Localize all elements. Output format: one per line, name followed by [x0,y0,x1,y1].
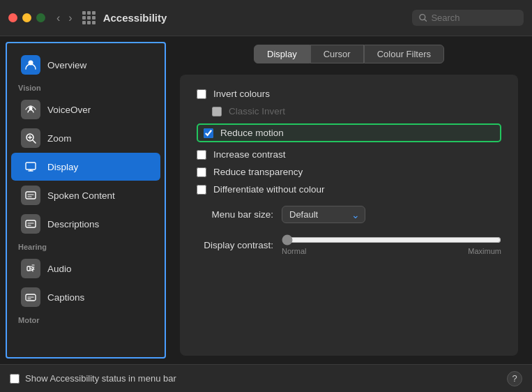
descriptions-icon [21,214,40,234]
main-layout: Overview Vision VoiceOver [0,36,532,364]
reduce-transparency-checkbox[interactable] [197,167,206,177]
sidebar-item-captions-label: Captions [47,292,84,303]
search-input[interactable] [431,13,517,23]
captions-icon [21,287,40,307]
classic-invert-row: Classic Invert [212,106,501,116]
sidebar-hearing-label: Hearing [7,239,165,254]
svg-rect-14 [26,220,36,227]
increase-contrast-checkbox[interactable] [197,150,206,160]
bottom-bar: Show Accessibility status in menu bar ? [0,364,532,392]
reduce-motion-row: Reduce motion [197,123,501,142]
classic-invert-label: Classic Invert [229,106,285,116]
sidebar-item-voiceover-label: VoiceOver [47,105,91,115]
menu-bar-size-select-wrapper: Default Large ⌄ [282,206,365,223]
page-title: Accessibility [103,12,412,24]
back-button[interactable]: ‹ [54,10,63,26]
status-menu-bar-checkbox[interactable] [10,374,20,384]
settings-panel: Invert colours Classic Invert Reduce mot… [180,75,518,356]
titlebar: ‹ › Accessibility [0,0,532,36]
increase-contrast-label: Increase contrast [213,149,286,160]
sidebar-item-zoom[interactable]: Zoom [11,124,160,152]
sidebar-item-captions[interactable]: Captions [11,283,160,311]
differentiate-without-colour-row: Differentiate without colour [197,184,501,195]
display-contrast-row: Display contrast: Normal Maximum [197,234,501,255]
svg-rect-8 [26,163,36,169]
sidebar-item-display[interactable]: Display [11,153,160,181]
status-menu-bar-label: Show Accessibility status in menu bar [25,373,176,384]
reduce-motion-label: Reduce motion [220,128,284,138]
sidebar-item-overview[interactable]: Overview [11,51,160,79]
slider-labels: Normal Maximum [282,247,501,255]
menu-bar-size-row: Menu bar size: Default Large ⌄ [197,206,501,223]
nav-arrows: ‹ › [54,10,75,26]
reduce-motion-checkbox[interactable] [204,128,213,138]
display-contrast-slider-container: Normal Maximum [282,234,501,255]
sidebar-item-display-label: Display [47,162,78,172]
sidebar-item-voiceover[interactable]: VoiceOver [11,96,160,123]
sidebar-item-audio[interactable]: Audio [11,255,160,282]
content-area: Display Cursor Colour Filters Invert col… [166,36,532,364]
reduce-transparency-label: Reduce transparency [213,167,303,177]
sidebar-motor-label: Motor [7,312,165,327]
invert-colours-label: Invert colours [213,89,270,99]
svg-line-1 [425,20,427,22]
menu-bar-size-select[interactable]: Default Large [282,206,365,223]
reduce-transparency-row: Reduce transparency [197,167,501,177]
audio-icon [21,259,40,278]
svg-line-5 [33,140,36,143]
sidebar-item-overview-label: Overview [47,60,86,70]
forward-button[interactable]: › [66,10,75,26]
differentiate-without-colour-label: Differentiate without colour [213,184,325,195]
sidebar-item-descriptions-label: Descriptions [47,219,99,229]
app-grid-icon[interactable] [82,11,96,25]
display-contrast-label: Display contrast: [197,240,273,250]
close-button[interactable] [8,13,17,22]
tab-cursor[interactable]: Cursor [310,45,364,63]
tab-colour-filters[interactable]: Colour Filters [364,45,444,63]
traffic-lights [8,13,45,22]
maximize-button[interactable] [36,13,45,22]
svg-point-3 [29,107,33,110]
display-contrast-slider[interactable] [282,234,501,246]
sidebar-item-audio-label: Audio [47,264,72,274]
voiceover-icon [21,100,40,119]
slider-max-label: Maximum [468,247,501,255]
sidebar-item-zoom-label: Zoom [47,133,72,144]
invert-colours-checkbox[interactable] [197,89,206,99]
tab-bar: Display Cursor Colour Filters [180,45,518,63]
tab-display[interactable]: Display [254,45,310,63]
differentiate-without-colour-checkbox[interactable] [197,185,206,195]
increase-contrast-row: Increase contrast [197,149,501,160]
sidebar: Overview Vision VoiceOver [6,42,166,359]
sidebar-item-spoken-content[interactable]: Spoken Content [11,181,160,209]
status-menu-bar-row: Show Accessibility status in menu bar [10,373,176,384]
classic-invert-checkbox[interactable] [212,107,222,116]
search-icon [419,13,427,22]
spoken-content-icon [21,186,40,205]
help-button[interactable]: ? [507,371,522,386]
overview-icon [21,55,40,75]
sidebar-item-descriptions[interactable]: Descriptions [11,210,160,238]
invert-colours-row: Invert colours [197,89,501,99]
slider-min-label: Normal [282,247,306,255]
minimize-button[interactable] [22,13,31,22]
zoom-icon [21,128,40,148]
sidebar-vision-label: Vision [7,80,165,95]
svg-rect-11 [26,192,36,199]
display-icon [21,157,40,176]
search-bar [412,10,524,26]
menu-bar-size-label: Menu bar size: [197,209,273,220]
sidebar-item-spoken-content-label: Spoken Content [47,190,115,201]
